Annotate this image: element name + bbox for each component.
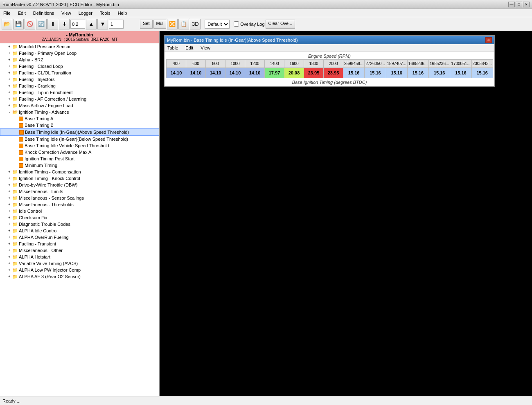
expand-alpha-idle[interactable]: + <box>7 228 12 234</box>
default-select[interactable]: Default <box>205 20 230 29</box>
expand-fueling-injectors[interactable]: + <box>7 76 12 82</box>
cell-0-5[interactable]: 17.97 <box>265 68 284 78</box>
cell-0-12[interactable]: 15.16 <box>407 68 428 78</box>
tree-item-ignition-post-start[interactable]: Ignition Timing Post Start <box>0 155 159 162</box>
cell-0-2[interactable]: 14.10 <box>206 68 225 78</box>
step-input[interactable]: 0.2 <box>70 20 85 29</box>
tree-item-knock-correction[interactable]: Knock Correction Advance Max A <box>0 149 159 155</box>
rom-info-button[interactable]: 📋 <box>178 19 189 29</box>
expand-ignition-knock[interactable]: + <box>7 176 12 181</box>
tree-item-dtc[interactable]: + 📁 Diagnostic Trouble Codes <box>0 221 159 227</box>
table-menu-table[interactable]: Table <box>166 45 179 51</box>
mul-button[interactable]: Mul <box>153 20 167 29</box>
expand-misc-thresholds[interactable]: + <box>7 202 12 207</box>
expand-manifold[interactable]: + <box>7 44 12 50</box>
expand-fueling-cranking[interactable]: + <box>7 83 12 89</box>
menu-logger[interactable]: Logger <box>77 10 94 16</box>
expand-fueling-transient[interactable]: + <box>7 241 12 247</box>
menu-edit[interactable]: Edit <box>16 10 27 16</box>
expand-idle-control[interactable]: + <box>7 208 12 214</box>
expand-avcs[interactable]: + <box>7 261 12 266</box>
expand-dbw[interactable]: + <box>7 182 12 188</box>
tree-item-misc-sensors[interactable]: + 📁 Miscellaneous - Sensor Scalings <box>0 195 159 201</box>
expand-misc-other[interactable]: + <box>7 248 12 253</box>
tree-item-fueling-tipin[interactable]: + 📁 Fueling - Tip-in Enrichment <box>0 89 159 96</box>
expand-alpha-af3[interactable]: + <box>7 274 12 279</box>
expand-ignition-comp[interactable]: + <box>7 169 12 175</box>
expand-fueling-clol[interactable]: + <box>7 70 12 76</box>
menu-help[interactable]: Help <box>116 10 129 16</box>
expand-fueling-closed[interactable]: + <box>7 63 12 69</box>
cell-0-11[interactable]: 15.16 <box>386 68 407 78</box>
tree-item-misc-limits[interactable]: + 📁 Miscellaneous - Limits <box>0 188 159 195</box>
tree-item-fueling-injectors[interactable]: + 📁 Fueling - Injectors <box>0 76 159 83</box>
open-button[interactable]: 📂 <box>2 19 12 29</box>
cell-0-0[interactable]: 14.10 <box>167 68 186 78</box>
overlay-log-checkbox[interactable] <box>234 21 239 27</box>
expand-checksum[interactable]: + <box>7 215 12 220</box>
expand-ignition-advance[interactable]: - <box>7 109 12 115</box>
maximize-button[interactable]: □ <box>516 2 522 7</box>
cell-0-15[interactable]: 15.16 <box>471 68 493 78</box>
expand-fueling-afcorrection[interactable]: + <box>7 96 12 102</box>
expand-alpha-brz[interactable]: + <box>7 57 12 63</box>
tree-item-alpha-lowpw[interactable]: + 📁 ALPHA Low PW Injector Comp <box>0 267 159 273</box>
expand-fueling-primary[interactable]: + <box>7 50 12 56</box>
tree-item-alpha-af3[interactable]: + 📁 ALPHA AF 3 (Rear O2 Sensor) <box>0 273 159 280</box>
table-menu-edit[interactable]: Edit <box>184 45 194 51</box>
tree-item-ignition-advance[interactable]: - 📂 Ignition Timing - Advance <box>0 109 159 115</box>
expand-fueling-tipin[interactable]: + <box>7 90 12 95</box>
tree-item-base-timing-a[interactable]: Base Timing A <box>0 115 159 122</box>
expand-misc-limits[interactable]: + <box>7 189 12 194</box>
cell-0-6[interactable]: 20.08 <box>284 68 304 78</box>
tree-item-base-timing-b[interactable]: Base Timing B <box>0 122 159 128</box>
3d-button[interactable]: 3D <box>190 19 201 29</box>
tree-item-manifold[interactable]: + 📁 Manifold Pressure Sensor <box>0 43 159 50</box>
table-menu-view[interactable]: View <box>199 45 212 51</box>
compare-button[interactable]: 🔀 <box>167 19 178 29</box>
tree-item-ignition-compensation[interactable]: + 📁 Ignition Timing - Compensation <box>0 169 159 175</box>
tree-item-alpha-brz[interactable]: + 📁 Alpha - BRZ <box>0 56 159 63</box>
expand-misc-sensors[interactable]: + <box>7 195 12 201</box>
tree-item-alpha-idle[interactable]: + 📁 ALPHA Idle Control <box>0 227 159 234</box>
clear-overlay-button[interactable]: Clear Ove... <box>266 20 295 29</box>
tree-item-idle-control[interactable]: + 📁 Idle Control <box>0 208 159 214</box>
tree-item-base-timing-idle-vss[interactable]: Base Timing Idle Vehicle Speed Threshold <box>0 142 159 149</box>
cell-0-13[interactable]: 15.16 <box>429 68 450 78</box>
tree-item-dbw[interactable]: + 📁 Drive-by-Wire Throttle (DBW) <box>0 182 159 188</box>
cell-0-3[interactable]: 14.10 <box>225 68 245 78</box>
menu-file[interactable]: File <box>2 10 12 16</box>
close-button[interactable]: ✕ <box>523 2 530 7</box>
cell-0-9[interactable]: 15.16 <box>343 68 365 78</box>
minimize-button[interactable]: — <box>508 2 515 7</box>
set-button[interactable]: Set <box>140 20 153 29</box>
tree-item-maf[interactable]: + 📁 Mass Airflow / Engine Load <box>0 102 159 109</box>
tree-item-alpha-hotstart[interactable]: + 📁 ALPHA Hotstart <box>0 254 159 260</box>
tree-item-fueling-afcorrection[interactable]: + 📁 Fueling - AF Correction / Learning <box>0 96 159 102</box>
tree-item-fueling-cranking[interactable]: + 📁 Fueling - Cranking <box>0 83 159 89</box>
expand-alpha-lowpw[interactable]: + <box>7 267 12 273</box>
tree-item-fueling-clol[interactable]: + 📁 Fueling - CL/OL Transition <box>0 70 159 76</box>
expand-alpha-overrun[interactable]: + <box>7 234 12 240</box>
tree-item-misc-other[interactable]: + 📁 Miscellaneous - Other <box>0 247 159 254</box>
tree-item-ignition-knock[interactable]: + 📁 Ignition Timing - Knock Control <box>0 175 159 182</box>
table-close-button[interactable]: ✕ <box>485 37 492 43</box>
cell-0-7[interactable]: 23.95 <box>304 68 324 78</box>
increment-button[interactable]: ▲ <box>86 19 97 29</box>
refresh-button[interactable]: 🔄 <box>36 19 47 29</box>
menu-tools[interactable]: Tools <box>98 10 112 16</box>
expand-alpha-hotstart[interactable]: + <box>7 254 12 260</box>
decrement-button[interactable]: ▼ <box>97 19 108 29</box>
tree-item-fueling-primary[interactable]: + 📁 Fueling - Primary Open Loop <box>0 50 159 56</box>
save-button[interactable]: 💾 <box>13 19 24 29</box>
tree-item-fueling-closed[interactable]: + 📁 Fueling - Closed Loop <box>0 63 159 70</box>
expand-dtc[interactable]: + <box>7 221 12 227</box>
close-rom-button[interactable]: 🚫 <box>25 19 35 29</box>
tree-item-fueling-transient[interactable]: + 📁 Fueling - Transient <box>0 241 159 247</box>
tree-item-alpha-overrun[interactable]: + 📁 ALPHA OverRun Fueling <box>0 234 159 241</box>
cell-0-1[interactable]: 14.10 <box>186 68 206 78</box>
cell-0-8[interactable]: 23.95 <box>324 68 343 78</box>
tree-item-misc-thresholds[interactable]: + 📁 Miscellaneous - Thresholds <box>0 201 159 208</box>
tree-item-base-timing-idle-above[interactable]: Base Timing Idle (In-Gear)(Above Speed T… <box>0 128 159 136</box>
multiplier-input[interactable]: 1 <box>109 20 124 29</box>
